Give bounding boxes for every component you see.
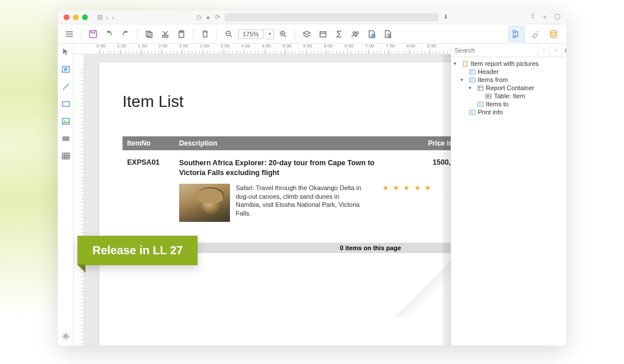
users-button[interactable] — [348, 27, 362, 41]
zoom-in-button[interactable] — [276, 27, 290, 41]
barcode-tool[interactable] — [60, 133, 72, 144]
delete-button[interactable] — [198, 27, 212, 41]
tabs-icon[interactable]: ▢ — [554, 12, 560, 22]
svg-rect-29 — [485, 94, 491, 98]
page-add-button[interactable] — [365, 27, 378, 41]
zoom-level[interactable]: 175% — [238, 29, 263, 39]
table-header: ItemNo Description Price in € — [122, 136, 451, 150]
tree-report-container[interactable]: ▾ Report Container — [452, 84, 565, 92]
svg-text:A: A — [478, 102, 481, 106]
copy-button[interactable] — [142, 27, 156, 41]
footer-text: 0 items on this page — [179, 244, 424, 251]
new-tab-icon[interactable]: ＋ — [541, 12, 548, 22]
svg-text:A: A — [470, 110, 473, 114]
scrollbar-vertical[interactable] — [443, 54, 451, 346]
save-button[interactable] — [86, 27, 100, 41]
document-icon — [462, 61, 469, 66]
shield-icon: ● — [206, 14, 210, 21]
container-icon — [477, 85, 484, 91]
panel-tab-tools[interactable] — [527, 26, 543, 42]
item-image — [179, 184, 230, 222]
report-page[interactable]: Item List ItemNo Description Price in € … — [99, 62, 451, 346]
panel-tab-structure[interactable] — [508, 26, 525, 42]
nav-back-icon[interactable]: ‹ — [106, 14, 109, 21]
svg-rect-28 — [477, 86, 482, 90]
cell-subdescription: Safari: Travel through the Okavango Delt… — [236, 184, 363, 222]
structure-panel: ▫ ▫ ▦ ≡ ▾ Item report with pictures A He… — [451, 44, 566, 346]
table-tool[interactable] — [60, 150, 72, 162]
refresh-icon[interactable]: ⟳ — [215, 13, 220, 21]
tree-table-item[interactable]: Table: Item — [452, 92, 565, 100]
text-block-icon: A — [469, 109, 476, 115]
svg-text:A: A — [470, 70, 473, 73]
svg-rect-0 — [90, 31, 96, 38]
panel-search-row: ▫ ▫ ▦ ≡ — [451, 44, 566, 57]
sum-button[interactable] — [332, 27, 346, 41]
main-toolbar: 175% ▾ — [58, 24, 566, 44]
cell-itemno: EXPSA01 — [127, 158, 179, 178]
svg-text:A: A — [470, 78, 473, 81]
svg-point-20 — [64, 120, 65, 121]
zoom-dropdown[interactable]: ▾ — [266, 29, 274, 39]
tree-print-info[interactable]: A Print info — [452, 108, 565, 116]
share-icon[interactable]: ⇪ — [530, 12, 536, 22]
close-window-icon[interactable] — [64, 14, 69, 20]
svg-point-11 — [356, 32, 358, 34]
window-titlebar: ▥ ‹ › ◷ ● ⟳ ⬇ ⇪ ＋ ▢ — [58, 10, 566, 24]
nav-forward-icon[interactable]: › — [112, 14, 114, 21]
col-header-itemno: ItemNo — [122, 136, 174, 150]
search-input[interactable] — [451, 44, 538, 57]
tree-items-from[interactable]: ▾ A Items from — [452, 76, 565, 84]
structure-tree: ▾ Item report with pictures A Header ▾ A… — [451, 57, 566, 118]
download-icon[interactable]: ⬇ — [443, 13, 448, 21]
svg-rect-18 — [62, 102, 69, 106]
pointer-tool[interactable] — [60, 46, 72, 58]
svg-rect-15 — [513, 35, 515, 38]
panel-tab-data[interactable] — [545, 26, 562, 42]
filter-button-1[interactable]: ▫ — [538, 44, 549, 57]
filter-button-3[interactable]: ▦ — [561, 44, 566, 57]
cut-button[interactable] — [158, 27, 172, 41]
cell-price: 1500,00 — [389, 158, 451, 178]
app-window: ▥ ‹ › ◷ ● ⟳ ⬇ ⇪ ＋ ▢ — [58, 10, 566, 346]
svg-point-16 — [551, 31, 556, 33]
svg-point-10 — [353, 32, 355, 34]
rating-stars: ★ ★ ★ ★ ★ — [363, 184, 432, 222]
text-block-icon: A — [469, 69, 476, 75]
redo-button[interactable] — [118, 27, 132, 41]
menu-button[interactable] — [62, 27, 76, 41]
minimize-window-icon[interactable] — [73, 14, 79, 20]
rectangle-tool[interactable] — [60, 98, 72, 110]
text-block-icon: A — [477, 101, 484, 107]
undo-button[interactable] — [102, 27, 116, 41]
svg-point-13 — [388, 34, 390, 36]
release-banner-tail — [77, 265, 86, 273]
tree-header[interactable]: A Header — [452, 68, 565, 76]
line-tool[interactable] — [60, 81, 72, 92]
settings-button[interactable] — [60, 330, 72, 342]
image-tool[interactable] — [60, 116, 72, 127]
paste-button[interactable] — [174, 27, 188, 41]
zoom-out-button[interactable] — [222, 27, 236, 41]
filter-button-2[interactable]: ▫ — [549, 44, 561, 57]
tree-items-to[interactable]: A Items to — [452, 100, 565, 108]
page-search-button[interactable] — [381, 27, 395, 41]
layers-button[interactable] — [300, 27, 314, 41]
app-body: Item List ItemNo Description Price in € … — [58, 44, 566, 346]
calendar-button[interactable] — [316, 27, 330, 41]
tree-root[interactable]: ▾ Item report with pictures — [452, 60, 565, 68]
maximize-window-icon[interactable] — [82, 14, 88, 20]
col-header-description: Description — [174, 136, 394, 150]
page-title: Item List — [122, 92, 451, 111]
svg-rect-23 — [463, 61, 466, 66]
text-tool[interactable] — [60, 64, 72, 75]
address-bar[interactable] — [225, 13, 439, 21]
svg-rect-14 — [513, 31, 515, 33]
svg-rect-21 — [62, 153, 69, 159]
table-icon — [485, 93, 492, 99]
clock-icon: ◷ — [196, 13, 202, 21]
cell-description: Southern Africa Explorer: 20-day tour fr… — [179, 158, 389, 178]
sidebar-toggle-icon[interactable]: ▥ — [97, 13, 103, 21]
release-banner: Release in LL 27 — [77, 236, 198, 265]
table-row[interactable]: EXPSA01 Southern Africa Explorer: 20-day… — [122, 150, 451, 181]
